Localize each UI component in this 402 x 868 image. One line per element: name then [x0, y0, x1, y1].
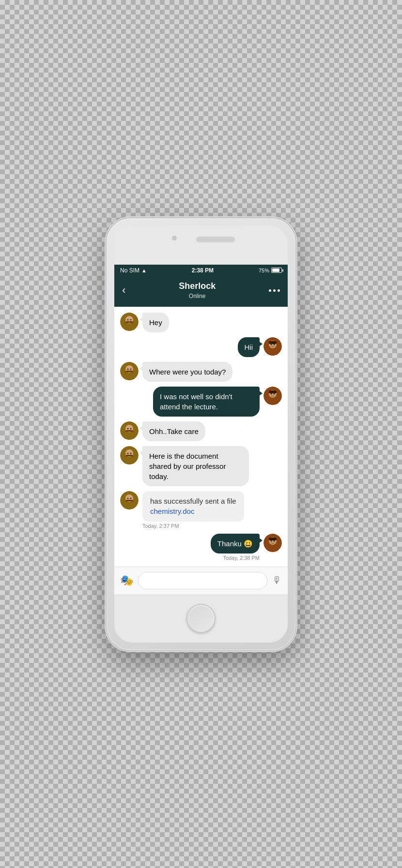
avatar: [263, 387, 282, 405]
male-avatar-svg: [120, 491, 139, 509]
home-button[interactable]: [186, 604, 216, 633]
svg-rect-27: [269, 390, 277, 393]
wifi-icon: ▲: [141, 268, 147, 273]
front-camera: [172, 236, 177, 240]
female-avatar-svg: [263, 387, 282, 405]
message-text: Hii: [245, 343, 253, 351]
message-row: has successfully sent a file chemistry.d…: [120, 491, 282, 529]
male-avatar-svg: [120, 421, 139, 440]
svg-point-49: [127, 497, 129, 499]
message-col: has successfully sent a file chemistry.d…: [142, 491, 244, 529]
message-row: Hii: [120, 337, 282, 357]
svg-rect-13: [269, 341, 277, 344]
message-text: Ohh..Take care: [149, 427, 199, 435]
chat-header: ‹ Sherlock Online: [114, 276, 288, 307]
avatar: [120, 421, 139, 440]
battery-icon: [271, 268, 282, 273]
message-row: Here is the document shared by our profe…: [120, 446, 282, 486]
back-button[interactable]: ‹: [122, 285, 125, 296]
message-row: Ohh..Take care: [120, 421, 282, 441]
message-timestamp: Today, 2:38 PM: [211, 555, 260, 561]
svg-rect-57: [269, 538, 277, 540]
status-right: 75%: [259, 268, 282, 273]
avatar: [120, 491, 139, 509]
message-text: Thanku 😀: [217, 539, 253, 548]
dot-2: [273, 289, 276, 292]
phone-inner: No SIM ▲ 2:38 PM 75% ‹ Sherlock Online: [114, 226, 288, 643]
battery-fill: [272, 269, 279, 272]
message-bubble: Where were you today?: [142, 362, 232, 382]
message-col: Where were you today?: [142, 362, 232, 382]
more-button[interactable]: [269, 289, 280, 292]
svg-rect-35: [126, 430, 133, 432]
phone-frame: No SIM ▲ 2:38 PM 75% ‹ Sherlock Online: [107, 218, 295, 650]
svg-point-19: [127, 368, 129, 370]
avatar: [120, 446, 139, 464]
message-text: Where were you today?: [149, 368, 226, 376]
dot-1: [269, 289, 271, 292]
speaker: [196, 237, 235, 242]
contact-name: Sherlock: [125, 281, 269, 291]
message-timestamp: Today, 2:37 PM: [142, 523, 244, 529]
message-col: Thanku 😀 Today, 2:38 PM: [211, 534, 260, 561]
female-avatar-svg: [263, 337, 282, 356]
avatar: [120, 313, 139, 331]
svg-rect-21: [126, 371, 133, 372]
svg-rect-51: [126, 500, 133, 501]
message-bubble: I was not well so didn't attend the lect…: [153, 387, 260, 417]
screen: No SIM ▲ 2:38 PM 75% ‹ Sherlock Online: [114, 265, 288, 594]
avatar: [263, 337, 282, 356]
message-text: Here is the document shared by our profe…: [149, 452, 226, 480]
svg-point-50: [130, 497, 132, 499]
female-avatar-svg: [263, 534, 282, 552]
message-col: Here is the document shared by our profe…: [142, 446, 249, 486]
message-row: Hey: [120, 313, 282, 332]
message-col: Hey: [142, 313, 169, 332]
message-row: Where were you today?: [120, 362, 282, 382]
male-avatar-svg: [120, 313, 139, 331]
svg-point-41: [127, 452, 129, 454]
message-row: I was not well so didn't attend the lect…: [120, 387, 282, 417]
message-bubble: Hey: [142, 313, 169, 332]
messages-area: Hey: [114, 307, 288, 567]
input-area: 🎭 🎙: [114, 567, 288, 594]
dot-3: [278, 289, 280, 292]
message-bubble: Thanku 😀: [211, 534, 260, 554]
message-input[interactable]: [138, 572, 267, 589]
avatar: [263, 534, 282, 552]
male-avatar-svg: [120, 446, 139, 464]
svg-point-20: [130, 368, 132, 370]
mic-button[interactable]: 🎙: [272, 575, 282, 586]
status-bar: No SIM ▲ 2:38 PM 75%: [114, 265, 288, 276]
message-row: Thanku 😀 Today, 2:38 PM: [120, 534, 282, 561]
file-link[interactable]: chemistry.doc: [150, 507, 194, 515]
svg-rect-7: [126, 321, 133, 323]
bottom-bezel: [114, 594, 288, 643]
status-time: 2:38 PM: [192, 267, 214, 274]
top-bezel: [114, 226, 288, 265]
message-text: Hey: [149, 318, 162, 327]
svg-point-34: [130, 428, 132, 429]
message-col: Hii: [238, 337, 260, 357]
svg-point-42: [130, 452, 132, 454]
message-bubble: Here is the document shared by our profe…: [142, 446, 249, 486]
message-bubble: Hii: [238, 337, 260, 357]
file-bubble: has successfully sent a file chemistry.d…: [142, 491, 244, 522]
svg-rect-43: [126, 455, 133, 456]
svg-point-33: [127, 428, 129, 429]
contact-status: Online: [189, 293, 206, 299]
avatar: [120, 362, 139, 380]
svg-point-5: [127, 319, 129, 320]
carrier-label: No SIM: [120, 267, 139, 274]
file-status-text: has successfully sent a file: [150, 497, 236, 505]
male-avatar-svg: [120, 362, 139, 380]
message-col: I was not well so didn't attend the lect…: [153, 387, 260, 417]
message-bubble: Ohh..Take care: [142, 421, 205, 441]
message-text: I was not well so didn't attend the lect…: [160, 392, 232, 411]
header-title: Sherlock Online: [125, 281, 269, 300]
battery-percent: 75%: [259, 268, 269, 273]
svg-point-6: [130, 319, 132, 320]
emoji-button[interactable]: 🎭: [120, 574, 133, 587]
status-left: No SIM ▲: [120, 267, 147, 274]
message-col: Ohh..Take care: [142, 421, 205, 441]
